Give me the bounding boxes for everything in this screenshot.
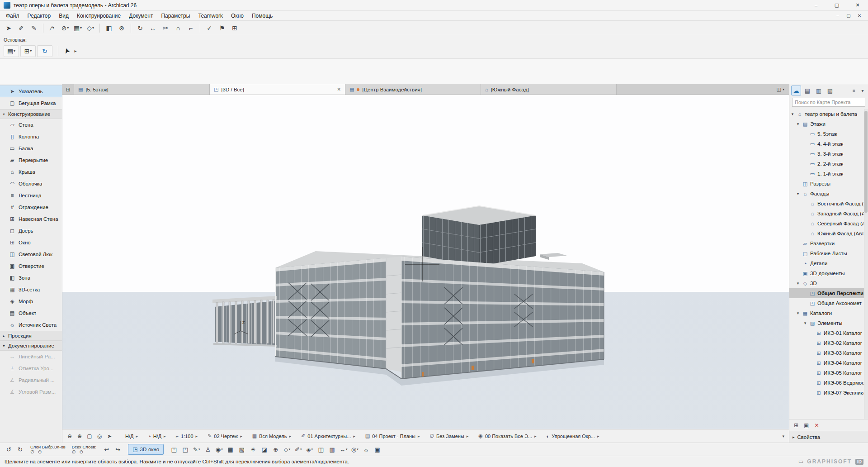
document-tab[interactable]: ▤ [5. 5этаж] ✕ [74,84,210,95]
tree-row[interactable]: ▭ 4. 4-й этаж [789,139,868,149]
tree-row[interactable]: ◔ Детали [789,258,868,268]
menu-item[interactable]: Окно [227,13,248,19]
toolbox-item[interactable]: ▭ Балка [0,143,62,154]
tree-row[interactable]: ⌂ Восточный Фасад ( [789,199,868,209]
info-toolbar-button[interactable]: ↻ ▾ [37,45,52,57]
quickbar-combo[interactable]: ◔ Н/Д ▸ [146,434,168,439]
3d-view-button[interactable]: ⊕ ▾ [270,444,281,454]
info-toolbar-button[interactable]: ⊞ ▾ [20,45,36,57]
tree-chevron-icon[interactable]: ▾ [796,311,800,315]
toolbox-item[interactable]: ▤ Объект [0,307,62,319]
document-tab[interactable]: ◳ [3D / Все] ✕ [210,84,345,95]
tree-row[interactable]: ⊞ ИКЭ-01 Каталог С [789,328,868,338]
layer-toggle-icon[interactable]: ∅ [30,449,34,454]
tree-row[interactable]: ▭ 3. 3-й этаж [789,149,868,159]
3d-view-button[interactable]: ◎ ▾ [349,444,360,454]
tree-row[interactable]: ⌂ Западный Фасад (А [789,209,868,219]
quickbar-combo[interactable]: ◉ 00 Показать Все Э... ▸ [476,433,538,439]
tree-chevron-icon[interactable]: ▾ [790,112,795,116]
tree-row[interactable]: ▾ ▨ Элементы [789,318,868,328]
3d-view-button[interactable]: ▧ ▾ [236,444,247,454]
tree-row[interactable]: ▣ 3D-документы [789,268,868,278]
close-button[interactable]: ✕ [847,0,868,10]
toolbar-button[interactable]: ⌐ ▾ [185,23,197,33]
tree-row[interactable]: ▾ ▤ Этажи [789,119,868,129]
tree-chevron-icon[interactable]: ▾ [803,321,807,325]
tree-row[interactable]: ⊞ ИКЭ-03 Каталог С [789,348,868,358]
toolbar-button[interactable]: ⊞ ▾ [229,23,241,33]
properties-section[interactable]: ▸ Свойства [789,431,868,443]
quickbar-combo[interactable]: ✎ 02 Чертеж ▸ [206,433,244,439]
quickbar-icon[interactable]: ➤ [105,432,114,441]
tree-row[interactable]: ⊞ ИКЭ-06 Ведомост [789,378,868,388]
toolbar-button[interactable]: ⊗ ▾ [116,23,127,33]
toolbox-item[interactable]: ▾ Конструирование [0,109,62,119]
view-nav-icon[interactable]: ↪ [113,444,123,454]
toolbox-item[interactable]: ≡ Лестница [0,190,62,201]
tree-row[interactable]: ◳ Общая Перспекти [789,288,868,298]
tree-chevron-icon[interactable]: ▾ [796,122,800,126]
navigator-action-icon[interactable]: ⊞ [794,422,798,429]
tree-row[interactable]: ▢ Рабочие Листы [789,248,868,258]
quickbar-icon[interactable]: ⊖ [65,432,74,441]
3d-view-button[interactable]: ▦ ▾ [225,444,236,454]
toolbox-item[interactable]: ▱ Стена [0,119,62,131]
toolbar-button[interactable]: ▾ [131,24,131,33]
toolbox-item[interactable]: ⌂ Крыша [0,166,62,178]
3d-view-button[interactable]: ✐ ▾ [293,444,303,454]
toolbox-item[interactable]: ▢ Бегущая Рамка [0,97,62,109]
menu-item[interactable]: Файл [2,13,24,19]
navigator-action-icon[interactable]: ✕ [814,422,819,429]
toolbar-button[interactable]: ↻ ▾ [134,23,146,33]
toolbox-item[interactable]: ∡ Угловой Разм... [0,386,62,398]
quickbar-icon[interactable]: ▢ [85,432,94,441]
3d-viewport[interactable]: Z [62,95,789,429]
menu-item[interactable]: Параметры [157,13,194,19]
view-history-icon[interactable]: ↺ [4,444,14,454]
quickbar-combo[interactable]: ∅ Без Замены ▸ [428,433,471,439]
toolbox-item[interactable]: ▰ Перекрытие [0,154,62,166]
3d-view-button[interactable]: ◇ ▾ [282,444,292,454]
quickbar-combo[interactable]: ◐ Упрощенная Окр... ▸ [545,434,601,439]
quickbar-combo[interactable]: ✐ 01 Архитектурны... ▸ [299,433,357,439]
toolbar-button[interactable]: ✐ ▾ [15,23,27,33]
dropdown-arrow-icon[interactable]: ▾ [783,87,784,91]
toolbar-button[interactable]: ∕ ▾ [47,23,58,33]
toolbox-item[interactable]: ◻ Дверь [0,225,62,237]
menu-item[interactable]: Вид [55,13,73,19]
tab-list-icon[interactable]: ⊞ [62,84,74,95]
3d-view-button[interactable]: ☀ ▾ [248,444,258,454]
quickbar-overflow-icon[interactable]: ▾ [780,434,786,438]
scrollbar-thumb[interactable] [864,111,868,213]
toolbox-item[interactable]: ◈ Морф [0,295,62,307]
navigator-map-icon[interactable]: ▥ [814,86,824,95]
toolbox-item[interactable]: ▸ Проекция [0,331,62,341]
3d-view-button[interactable]: ↔ ▾ [338,444,349,454]
view-history-icon[interactable]: ↻ [15,444,25,454]
toolbox-item[interactable]: ↔ Линейный Ра... [0,351,62,362]
layer-toggle-icon[interactable]: ⊖ [80,449,83,454]
tree-row[interactable]: ▭ 1. 1-й этаж [789,169,868,179]
3d-view-button[interactable]: ◳ ▾ [180,444,190,454]
toolbar-button[interactable]: ▾ [43,24,43,33]
tree-row[interactable]: ⊞ ИКЭ-05 Каталог С [789,368,868,378]
3d-view-button[interactable]: ♙ ▾ [203,444,213,454]
quickbar-combo[interactable]: ⌐ 1:100 ▸ [174,434,200,439]
doc-minimize-icon[interactable]: – [833,13,843,18]
tree-row[interactable]: ▭ 5. 5этаж [789,129,868,139]
tree-row[interactable]: ⊞ ИКЭ-04 Каталог С [789,358,868,368]
3d-view-button[interactable]: ◪ ▾ [259,444,269,454]
layer-toggle-icon[interactable]: ∅ [72,449,76,454]
tab-overflow-icon[interactable]: ◫ [777,86,781,92]
tree-row[interactable]: ▱ Развертки [789,238,868,248]
toolbox-item[interactable]: ☼ Источник Света [0,319,62,331]
navigator-options-icon[interactable]: ≡ [850,86,858,95]
toolbar-button[interactable]: ◧ ▾ [103,23,115,33]
3d-view-button[interactable]: ◈ ▾ [304,444,315,454]
3d-view-button[interactable]: ◉ ▾ [214,444,224,454]
navigator-map-icon[interactable]: ☁ [791,86,801,95]
menu-item[interactable]: Редактор [24,13,55,19]
toolbox-item[interactable]: ▯ Колонна [0,131,62,143]
3d-view-button[interactable]: ▣ ▾ [372,444,382,454]
tree-row[interactable]: ⌂ Северный Фасад (А [789,219,868,229]
